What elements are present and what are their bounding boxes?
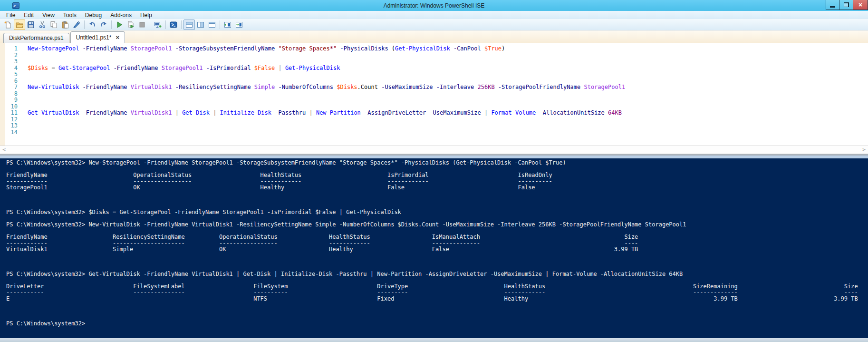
console-line <box>6 302 868 308</box>
console-line: StoragePool1 OK Healthy False False <box>6 185 868 191</box>
powershell-app-icon: >_ <box>12 2 19 9</box>
paste-button[interactable] <box>59 20 71 30</box>
toolbar <box>0 19 868 30</box>
toolbar-separator <box>165 20 166 29</box>
script-pane-maximized-icon <box>208 21 216 29</box>
tab-diskperformance-ps1[interactable]: DiskPerformance.ps1 <box>3 33 69 43</box>
tab-label: Untitled1.ps1* <box>76 34 112 41</box>
console-line <box>6 253 868 259</box>
script-pane-top-icon <box>185 21 193 29</box>
console-line <box>6 197 868 203</box>
cut-icon <box>39 21 46 29</box>
console-line: PS C:\Windows\system32> <box>6 321 868 327</box>
cut-button[interactable] <box>37 20 48 30</box>
code-line-2 <box>28 52 868 59</box>
code-line-10 <box>28 104 868 110</box>
paste-icon <box>61 21 69 29</box>
code-line-4: $Disks = Get-StoragePool -FriendlyName S… <box>28 65 868 72</box>
code-line-5 <box>28 71 868 78</box>
status-bar <box>0 338 868 342</box>
script-pane-right-icon <box>197 21 204 29</box>
new-script-button[interactable] <box>2 20 14 30</box>
move-pane-up-button[interactable] <box>222 20 233 30</box>
redo-icon <box>100 21 107 29</box>
save-button[interactable] <box>25 20 37 30</box>
menu-bar: FileEditViewToolsDebugAdd-onsHelp <box>0 11 868 19</box>
minimize-icon <box>830 6 835 8</box>
move-pane-up-icon <box>224 21 231 29</box>
console-line <box>6 191 868 197</box>
console-line: PS C:\Windows\system32> New-VirtualDisk … <box>6 222 868 228</box>
menu-debug[interactable]: Debug <box>81 11 106 19</box>
console-line: E NTFS Fixed Healthy <box>6 296 868 302</box>
script-pane-maximized-button[interactable] <box>206 20 218 30</box>
copy-icon <box>50 21 58 29</box>
undo-icon <box>88 21 96 29</box>
code-line-11: Get-VirtualDisk -FriendlyName VirtualDis… <box>28 110 868 117</box>
toolbar-separator <box>150 20 150 29</box>
code-line-13 <box>28 123 868 129</box>
start-powershell-icon <box>170 21 177 29</box>
window-title: Administrator: Windows PowerShell ISE <box>384 2 485 9</box>
move-pane-right-button[interactable] <box>233 20 245 30</box>
tab-close-icon[interactable]: × <box>116 34 119 40</box>
stop-operation-button[interactable] <box>136 20 148 30</box>
run-selection-button[interactable] <box>125 20 136 30</box>
new-script-icon <box>4 21 12 29</box>
script-editor[interactable]: 1234567891011121314 New-StoragePool -Fri… <box>0 43 868 146</box>
close-button[interactable]: × <box>853 0 868 10</box>
menu-help[interactable]: Help <box>136 11 156 19</box>
tab-untitled1-ps1[interactable]: Untitled1.ps1*× <box>70 31 125 43</box>
script-pane-top-button[interactable] <box>183 20 195 30</box>
close-icon: × <box>858 1 862 8</box>
tab-bar: DiskPerformance.ps1Untitled1.ps1*× <box>0 30 868 43</box>
code-area[interactable]: New-StoragePool -FriendlyName StoragePoo… <box>22 43 868 146</box>
run-script-button[interactable] <box>114 20 125 30</box>
console-pane[interactable]: PS C:\Windows\system32> New-StoragePool … <box>0 158 868 338</box>
code-line-3 <box>28 59 868 65</box>
run-script-icon <box>116 21 123 29</box>
start-powershell-button[interactable] <box>168 20 179 30</box>
code-line-12 <box>28 117 868 123</box>
clear-console-icon <box>73 21 80 29</box>
new-remote-powershell-tab-icon <box>154 21 162 29</box>
menu-view[interactable]: View <box>38 11 59 19</box>
open-script-button[interactable] <box>14 20 25 30</box>
run-selection-icon <box>127 21 135 29</box>
copy-button[interactable] <box>48 20 59 30</box>
console-line: PS C:\Windows\system32> $Disks = Get-Sto… <box>6 209 868 215</box>
console-line: PS C:\Windows\system32> New-StoragePool … <box>6 160 868 166</box>
editor-horizontal-scrollbar[interactable]: < > <box>0 146 868 154</box>
code-line-8 <box>28 91 868 98</box>
undo-button[interactable] <box>87 20 98 30</box>
redo-button[interactable] <box>98 20 109 30</box>
console-line <box>6 259 868 265</box>
minimize-button[interactable] <box>826 0 839 10</box>
script-pane-right-button[interactable] <box>195 20 206 30</box>
tab-label: DiskPerformance.ps1 <box>9 35 64 41</box>
code-line-6 <box>28 78 868 85</box>
menu-tools[interactable]: Tools <box>59 11 81 19</box>
editor-margin-strip <box>0 43 5 146</box>
menu-add-ons[interactable]: Add-ons <box>106 11 136 19</box>
open-script-icon <box>16 21 23 29</box>
console-line: PS C:\Windows\system32> Get-VirtualDisk … <box>6 271 868 277</box>
toolbar-separator <box>220 20 220 29</box>
console-line: VirtualDisk1 Simple OK Healthy False 3.9… <box>6 246 868 253</box>
title-bar: >_ Administrator: Windows PowerShell ISE… <box>0 0 868 11</box>
console-line <box>6 314 868 321</box>
save-icon <box>27 21 35 29</box>
restore-button[interactable] <box>839 0 853 10</box>
toolbar-separator <box>181 20 182 29</box>
toolbar-separator <box>84 20 85 29</box>
code-line-7: New-VirtualDisk -FriendlyName VirtualDis… <box>28 84 868 91</box>
stop-operation-icon <box>138 21 146 29</box>
restore-icon <box>844 2 849 7</box>
new-remote-powershell-tab-button[interactable] <box>152 20 164 30</box>
code-line-9 <box>28 97 868 104</box>
clear-console-button[interactable] <box>71 20 82 30</box>
scroll-left-icon[interactable]: < <box>0 146 8 154</box>
menu-edit[interactable]: Edit <box>19 11 38 19</box>
menu-file[interactable]: File <box>2 11 19 19</box>
scroll-right-icon[interactable]: > <box>860 146 868 154</box>
